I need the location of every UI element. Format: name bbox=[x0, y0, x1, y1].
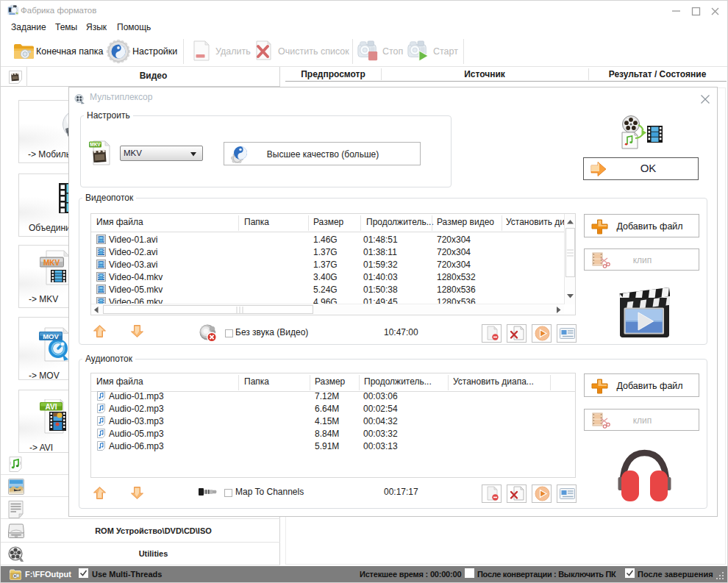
svg-text:MKV: MKV bbox=[90, 142, 101, 147]
svg-text:MOV: MOV bbox=[43, 332, 59, 340]
svg-text:AVI: AVI bbox=[46, 403, 57, 411]
svg-text:MKV: MKV bbox=[43, 259, 60, 267]
